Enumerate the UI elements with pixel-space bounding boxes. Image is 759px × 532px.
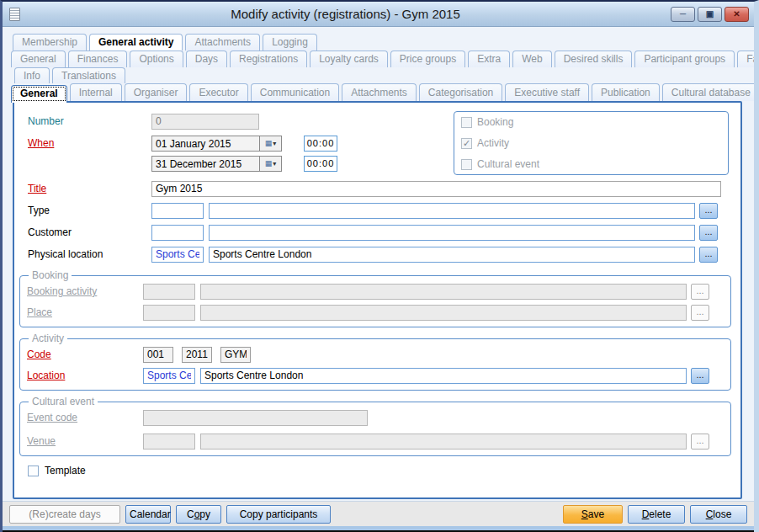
physical-location-name-field[interactable] — [209, 247, 695, 263]
tab-desired-skills[interactable]: Desired skills — [555, 51, 633, 67]
end-date-picker-button[interactable]: ▦▾ — [259, 157, 281, 171]
tab-cultural-database[interactable]: Cultural database — [662, 83, 759, 101]
code-part1-field[interactable] — [143, 347, 173, 363]
end-time-field[interactable]: 00:00 — [304, 156, 337, 172]
tab-finances[interactable]: Finances — [68, 51, 128, 67]
tab-row-activity: General Finances Options Days Registrati… — [3, 51, 754, 67]
tab-general[interactable]: General — [11, 51, 66, 67]
end-date-value: 31 December 2015 — [152, 157, 259, 171]
start-date-picker-button[interactable]: ▦▾ — [259, 136, 281, 151]
tab-translations[interactable]: Translations — [52, 67, 125, 83]
title-label: Title — [28, 183, 151, 194]
tab-days[interactable]: Days — [186, 51, 227, 67]
tab-attachments[interactable]: Attachments — [185, 34, 260, 51]
code-part3-field[interactable] — [220, 347, 251, 363]
tab-facility-bookings[interactable]: Facility bookings — [737, 51, 759, 67]
end-date-field[interactable]: 31 December 2015 ▦▾ — [151, 156, 282, 172]
tab-general-activity[interactable]: General activity — [89, 34, 183, 51]
customer-browse-button[interactable]: ... — [699, 225, 718, 241]
close-button[interactable]: ✕ — [724, 7, 749, 22]
code-label: Code — [27, 348, 143, 360]
title-field[interactable] — [151, 181, 721, 197]
code-part2-field[interactable] — [182, 347, 212, 363]
tab-logging[interactable]: Logging — [263, 34, 317, 51]
recreate-days-button: (Re)create days — [9, 505, 120, 524]
tab-extra[interactable]: Extra — [468, 51, 510, 67]
customer-label: Customer — [28, 226, 151, 238]
template-row: Template — [28, 465, 729, 476]
tab-executive-staff[interactable]: Executive staff — [505, 83, 589, 101]
place-browse-button: ... — [691, 305, 709, 321]
tab-price-groups[interactable]: Price groups — [390, 51, 465, 67]
close-icon: ✕ — [733, 9, 740, 19]
when-label: When — [28, 137, 151, 149]
customer-code-field[interactable] — [151, 225, 204, 241]
venue-name-field — [200, 434, 687, 450]
maximize-button[interactable]: ▣ — [698, 7, 722, 22]
tab-row-detail: General Internal Organiser Executor Comm… — [3, 83, 754, 101]
type-label: Type — [28, 205, 151, 216]
tab-options[interactable]: Options — [130, 51, 183, 67]
application-icon — [9, 8, 20, 21]
dialog-window: Modify activity (registrations) - Gym 20… — [0, 0, 759, 532]
location-label: Location — [27, 370, 143, 381]
dropdown-arrow-icon: ▾ — [273, 160, 276, 168]
physical-location-code-field[interactable] — [151, 247, 204, 263]
tab-publication[interactable]: Publication — [592, 83, 660, 101]
place-label: Place — [27, 306, 143, 318]
venue-code-field — [143, 434, 195, 450]
calendar-button[interactable]: Calendar — [125, 505, 171, 524]
type-browse-button[interactable]: ... — [699, 203, 718, 219]
copy-participants-button[interactable]: Copy participants — [226, 505, 331, 524]
close-dialog-button[interactable]: Close — [690, 505, 747, 524]
tab-loyalty-cards[interactable]: Loyalty cards — [310, 51, 388, 67]
tab-membership[interactable]: Membership — [13, 34, 87, 51]
tab-web[interactable]: Web — [512, 51, 551, 67]
place-name-field — [200, 305, 687, 321]
location-code-field[interactable] — [143, 368, 195, 384]
type-name-field[interactable] — [209, 203, 695, 219]
booking-checkbox[interactable] — [461, 117, 472, 128]
tab-internal[interactable]: Internal — [70, 83, 122, 101]
minimize-button[interactable]: ─ — [671, 7, 695, 22]
location-name-field[interactable] — [200, 368, 687, 384]
activity-checkbox[interactable]: ✓ — [461, 138, 472, 149]
tab-strips: Membership General activity Attachments … — [3, 27, 754, 101]
customer-name-field[interactable] — [209, 225, 695, 241]
location-browse-button[interactable]: ... — [691, 368, 709, 384]
physical-location-browse-button[interactable]: ... — [699, 247, 718, 263]
calendar-icon: ▦ — [265, 159, 273, 168]
tab-detail-general[interactable]: General — [11, 85, 67, 103]
copy-button[interactable]: Copy — [176, 505, 221, 524]
type-code-field[interactable] — [151, 203, 204, 219]
tab-executor[interactable]: Executor — [189, 83, 247, 101]
activity-group: Activity Code Location ... — [19, 332, 731, 391]
tab-participant-groups[interactable]: Participant groups — [634, 51, 735, 67]
template-label: Template — [45, 465, 86, 476]
cultural-event-flag: Cultural event — [461, 158, 721, 170]
cultural-event-checkbox[interactable] — [461, 159, 472, 170]
delete-button[interactable]: Delete — [628, 505, 685, 524]
activity-flag-label: Activity — [477, 137, 509, 149]
dropdown-arrow-icon: ▾ — [273, 140, 276, 147]
start-date-field[interactable]: 01 January 2015 ▦▾ — [151, 136, 282, 152]
booking-activity-label: Booking activity — [27, 285, 143, 297]
booking-group: Booking Booking activity ... Place ... — [19, 269, 731, 327]
tab-row-top: Membership General activity Attachments … — [3, 34, 754, 51]
footer-button-bar: (Re)create days Calendar Copy Copy parti… — [3, 501, 754, 526]
cultural-event-group: Cultural event Event code Venue ... — [19, 396, 731, 456]
checkmark-icon: ✓ — [463, 138, 470, 148]
template-checkbox[interactable] — [28, 466, 39, 476]
tab-organiser[interactable]: Organiser — [125, 83, 188, 101]
booking-activity-name-field — [200, 284, 687, 300]
tab-categorisation[interactable]: Categorisation — [419, 83, 502, 101]
tab-info[interactable]: Info — [14, 67, 50, 83]
calendar-icon: ▦ — [265, 139, 273, 147]
tab-communication[interactable]: Communication — [251, 83, 339, 101]
start-time-field[interactable]: 00:00 — [304, 136, 337, 152]
tab-detail-attachments[interactable]: Attachments — [342, 83, 417, 101]
minimize-icon: ─ — [680, 9, 686, 19]
activity-type-flags-group: Booking ✓ Activity Cultural event — [454, 111, 729, 175]
tab-registrations[interactable]: Registrations — [230, 51, 307, 67]
save-button[interactable]: Save — [563, 505, 623, 524]
